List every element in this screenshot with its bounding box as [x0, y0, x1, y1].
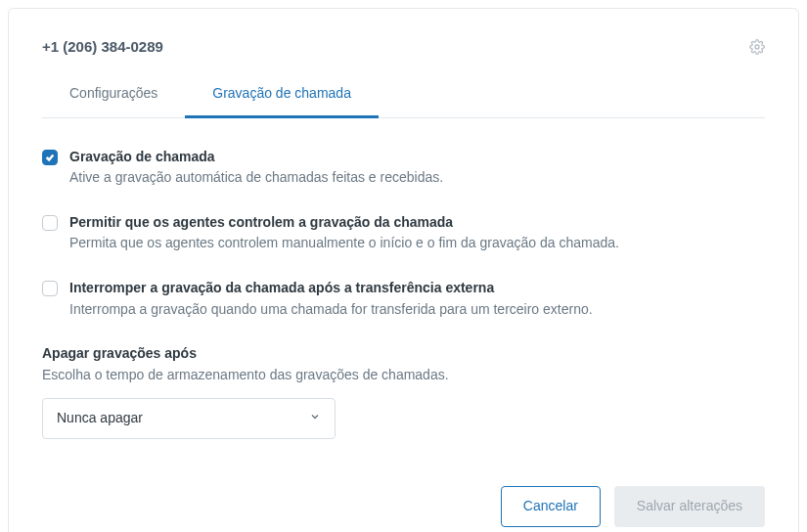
- tabs: Configurações Gravação de chamada: [42, 74, 765, 118]
- option-stop-after-transfer-title: Interromper a gravação da chamada após a…: [69, 279, 593, 298]
- option-stop-after-transfer-desc: Interrompa a gravação quando uma chamada…: [69, 300, 593, 320]
- option-agents-control-desc: Permita que os agentes controlem manualm…: [69, 234, 619, 253]
- checkbox-stop-after-transfer[interactable]: [42, 281, 58, 296]
- retention-select[interactable]: Nunca apagar: [42, 398, 336, 439]
- option-call-recording-title: Gravação de chamada: [69, 148, 443, 167]
- phone-number-title: +1 (206) 384-0289: [42, 36, 163, 57]
- save-button: Salvar alterações: [614, 486, 765, 527]
- svg-point-0: [755, 45, 759, 49]
- retention-title: Apagar gravações após: [42, 344, 707, 364]
- checkbox-call-recording[interactable]: [42, 150, 58, 165]
- footer-actions: Cancelar Salvar alterações: [42, 486, 765, 527]
- chevron-down-icon: [309, 409, 321, 428]
- retention-section: Apagar gravações após Escolha o tempo de…: [42, 344, 707, 439]
- settings-card: +1 (206) 384-0289 Configurações Gravação…: [8, 8, 799, 532]
- cancel-button[interactable]: Cancelar: [501, 486, 601, 527]
- retention-select-value: Nunca apagar: [57, 409, 143, 428]
- option-call-recording: Gravação de chamada Ative a gravação aut…: [42, 148, 707, 188]
- option-call-recording-text: Gravação de chamada Ative a gravação aut…: [69, 148, 443, 188]
- tab-body: Gravação de chamada Ative a gravação aut…: [42, 118, 707, 439]
- retention-desc: Escolha o tempo de armazenamento das gra…: [42, 366, 707, 385]
- option-call-recording-desc: Ative a gravação automática de chamadas …: [69, 168, 443, 188]
- option-stop-after-transfer: Interromper a gravação da chamada após a…: [42, 279, 707, 319]
- option-agents-control-title: Permitir que os agentes controlem a grav…: [69, 213, 619, 233]
- gear-icon[interactable]: [749, 39, 765, 55]
- tab-settings[interactable]: Configurações: [42, 74, 185, 118]
- option-stop-after-transfer-text: Interromper a gravação da chamada após a…: [69, 279, 593, 319]
- checkbox-agents-control[interactable]: [42, 215, 58, 231]
- card-header: +1 (206) 384-0289: [42, 36, 765, 57]
- tab-call-recording[interactable]: Gravação de chamada: [185, 74, 379, 118]
- option-agents-control-text: Permitir que os agentes controlem a grav…: [69, 213, 619, 253]
- option-agents-control: Permitir que os agentes controlem a grav…: [42, 213, 707, 253]
